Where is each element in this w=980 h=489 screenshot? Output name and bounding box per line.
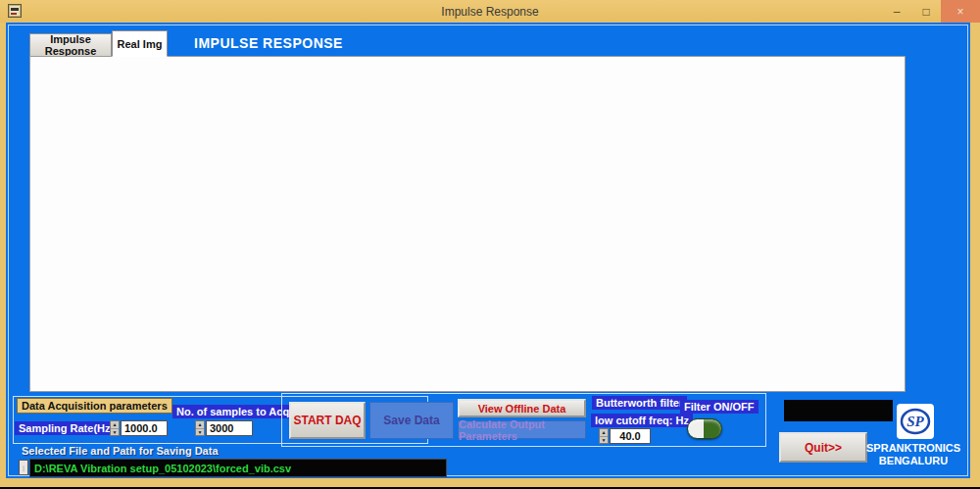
- sampling-rate-field[interactable]: 1000.0: [121, 420, 168, 436]
- save-data-button[interactable]: Save Data: [369, 402, 454, 439]
- spranktronics-logo: SP: [897, 404, 934, 439]
- tab-page-content: [29, 56, 906, 392]
- view-offline-data-button[interactable]: View Offline Data: [458, 399, 586, 417]
- svg-text:SP: SP: [906, 414, 924, 429]
- quit-button[interactable]: Quit>>: [779, 432, 867, 463]
- file-path-label: Selected File and Path for Saving Data: [22, 445, 219, 457]
- status-display: [784, 400, 893, 421]
- app-window: Impulse Response – □ × Impulse Response …: [0, 0, 980, 489]
- tab-real-img[interactable]: Real Img: [112, 30, 168, 57]
- file-path-field[interactable]: D:\REVA Vibration setup_05102023\forced_…: [29, 459, 447, 477]
- filter-onoff-toggle[interactable]: [687, 418, 722, 439]
- close-button[interactable]: ×: [941, 0, 980, 23]
- low-cutoff-label: low cutoff freq: Hz: [591, 414, 693, 427]
- filter-onoff-label: Filter ON/OFF: [680, 400, 759, 414]
- maximize-button[interactable]: □: [911, 0, 941, 23]
- sampling-rate-stepper[interactable]: ▲▼: [110, 420, 120, 436]
- butterworth-filter-label: Butterworth filter: [592, 396, 687, 410]
- title-bar[interactable]: Impulse Response – □ ×: [0, 0, 980, 23]
- brand-city: BENGALURU: [864, 455, 962, 466]
- calculate-output-parameters-button[interactable]: Calculate Output Parameters: [458, 420, 586, 439]
- minimize-button[interactable]: –: [882, 0, 911, 23]
- tab-impulse-response[interactable]: Impulse Response: [29, 33, 112, 56]
- samples-field[interactable]: 3000: [206, 420, 253, 436]
- window-title: Impulse Response: [0, 5, 980, 19]
- start-daq-button[interactable]: START DAQ: [289, 402, 366, 439]
- file-browse-icon[interactable]: ⋮: [19, 460, 28, 475]
- brand-name: SPRANKTRONICS: [864, 442, 962, 454]
- samples-stepper[interactable]: ▲▼: [195, 420, 205, 436]
- low-cutoff-stepper[interactable]: ▲▼: [599, 428, 609, 444]
- page-title: IMPULSE RESPONSE: [194, 35, 343, 51]
- low-cutoff-field[interactable]: 40.0: [610, 428, 651, 444]
- sampling-rate-label: Sampling Rate(Hz): [15, 421, 118, 435]
- daq-box-title: Data Acquisition parameters: [17, 398, 172, 414]
- sp-logo-icon: SP: [898, 405, 933, 438]
